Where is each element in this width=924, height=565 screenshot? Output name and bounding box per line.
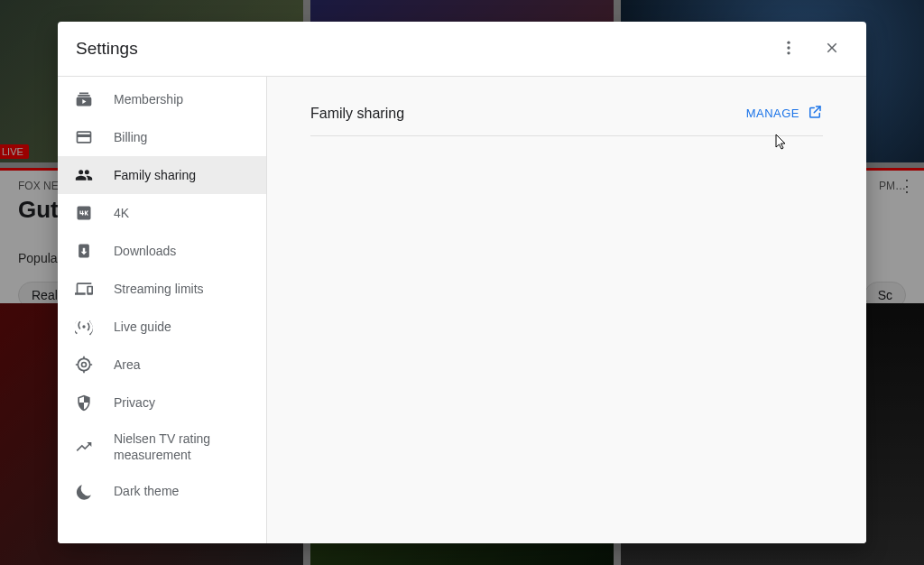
location-icon — [74, 355, 94, 375]
modal-header: Settings — [58, 22, 866, 77]
sidebar-item-label: Family sharing — [114, 167, 196, 183]
broadcast-icon — [74, 317, 94, 337]
sidebar-item-label: Privacy — [114, 394, 155, 411]
modal-overlay: Settings Membership — [0, 0, 924, 565]
settings-sidebar: Membership Billing Family sharing — [58, 77, 267, 543]
sidebar-item-label: Membership — [114, 91, 183, 107]
sidebar-item-downloads[interactable]: Downloads — [58, 232, 266, 270]
group-icon — [74, 165, 94, 185]
subscriptions-icon — [74, 89, 94, 109]
sidebar-item-dark-theme[interactable]: Dark theme — [58, 472, 266, 510]
close-icon — [824, 40, 840, 59]
devices-icon — [74, 279, 94, 299]
shield-icon — [74, 393, 94, 412]
sidebar-item-area[interactable]: Area — [58, 346, 266, 384]
sidebar-item-live-guide[interactable]: Live guide — [58, 308, 266, 346]
close-button[interactable] — [816, 32, 848, 65]
sidebar-item-privacy[interactable]: Privacy — [58, 384, 266, 421]
svg-point-2 — [787, 51, 790, 54]
sidebar-item-label: Area — [114, 357, 141, 373]
sidebar-item-label: Dark theme — [114, 483, 179, 499]
sidebar-item-label: Billing — [114, 129, 147, 145]
section-title: Family sharing — [310, 106, 404, 122]
sidebar-item-family-sharing[interactable]: Family sharing — [58, 156, 266, 194]
svg-point-1 — [787, 46, 790, 49]
sidebar-item-label: Nielsen TV rating measurement — [114, 431, 250, 463]
sidebar-item-label: Streaming limits — [114, 281, 204, 297]
sidebar-item-label: Downloads — [114, 243, 176, 259]
moon-icon — [74, 481, 94, 501]
sidebar-item-label: Live guide — [114, 319, 171, 335]
download-icon — [74, 241, 94, 261]
svg-point-0 — [787, 41, 790, 43]
4k-icon — [74, 203, 94, 223]
trending-icon — [74, 437, 94, 457]
manage-link[interactable]: Manage — [746, 104, 823, 123]
more-button[interactable] — [772, 32, 805, 65]
sidebar-item-billing[interactable]: Billing — [58, 118, 266, 156]
more-vert-icon — [780, 39, 798, 60]
manage-label: Manage — [746, 107, 799, 120]
sidebar-item-membership[interactable]: Membership — [58, 80, 266, 118]
sidebar-item-label: 4K — [114, 205, 129, 221]
open-in-new-icon — [807, 104, 823, 123]
sidebar-item-4k[interactable]: 4K — [58, 194, 266, 232]
sidebar-item-nielsen[interactable]: Nielsen TV rating measurement — [58, 421, 266, 472]
family-sharing-section: Family sharing Manage — [310, 104, 823, 136]
sidebar-item-streaming-limits[interactable]: Streaming limits — [58, 270, 266, 308]
credit-card-icon — [74, 127, 94, 147]
settings-modal: Settings Membership — [58, 22, 866, 543]
settings-content: Family sharing Manage — [267, 77, 866, 543]
modal-title: Settings — [76, 39, 762, 59]
